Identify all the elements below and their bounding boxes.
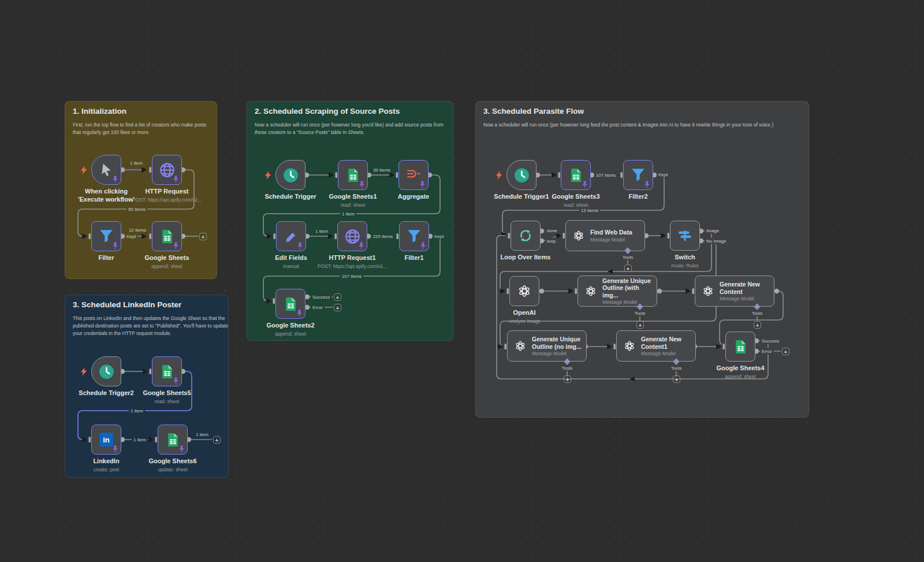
- node-subtitle: read: sheet: [532, 202, 619, 208]
- node-subtitle: POST: https://api.apify.com/v2...: [124, 197, 210, 203]
- clock-icon: [514, 168, 530, 183]
- node-http-request[interactable]: HTTP Request POST: https://api.apify.com…: [152, 155, 182, 185]
- node-title: Generate Unique Outline (with img...: [602, 277, 655, 299]
- node-subtitle: Analyze Image: [481, 318, 568, 324]
- trigger-bolt-icon: [265, 171, 271, 180]
- add-node-button[interactable]: +: [624, 265, 632, 272]
- node-google-sheets[interactable]: Google Sheets append: sheet: [152, 221, 182, 251]
- google-sheets-icon: [160, 229, 174, 244]
- tools-label: Tools: [560, 365, 575, 371]
- google-sheets-icon: [160, 364, 174, 379]
- node-generate-new-content1[interactable]: Generate New Content1 Message Model: [616, 330, 696, 362]
- node-subtitle: mode: Rules: [642, 263, 728, 269]
- node-google-sheets3[interactable]: Google Sheets3 read: sheet: [561, 160, 591, 190]
- node-subtitle: append: sheet: [247, 331, 334, 337]
- clock-icon: [283, 168, 299, 183]
- output-label: loop: [545, 238, 557, 244]
- google-sheets-icon: [166, 433, 180, 447]
- node-title: Generate New Content1: [641, 336, 694, 350]
- node-title: Google Sheets: [124, 254, 210, 262]
- node-google-sheets4[interactable]: Google Sheets4 append: sheet: [725, 332, 755, 362]
- node-filter1[interactable]: Filter1: [399, 221, 429, 251]
- add-node-button[interactable]: +: [673, 375, 680, 383]
- pin-icon: [178, 445, 185, 453]
- google-sheets-icon: [346, 168, 360, 183]
- node-schedule-trigger[interactable]: Schedule Trigger: [275, 160, 305, 190]
- connection-layer: in: [0, 0, 924, 562]
- pin-icon: [112, 445, 118, 453]
- node-linkedin[interactable]: LinkedIn create: post: [91, 425, 121, 455]
- output-label: Success: [760, 338, 781, 344]
- node-subtitle: POST: https://api.apify.com/v2...: [309, 263, 396, 269]
- pencil-icon: [284, 229, 299, 244]
- node-schedule-trigger1[interactable]: Schedule Trigger1: [506, 160, 536, 190]
- workflow-canvas[interactable]: 1. Initialization First, run the top flo…: [0, 0, 924, 562]
- node-title: Switch: [642, 254, 728, 262]
- node-subtitle: Message Model: [720, 296, 773, 302]
- openai-icon: [517, 284, 532, 299]
- add-node-button[interactable]: +: [334, 304, 341, 311]
- node-generate-unique-outline-no-img[interactable]: Generate Unique Outline (no img... Messa…: [507, 330, 587, 362]
- clock-icon: [99, 364, 114, 379]
- pin-icon: [582, 181, 588, 188]
- edge-label: Kept: [657, 172, 669, 178]
- node-loop-over-items[interactable]: Loop Over Items: [511, 221, 541, 251]
- pin-icon: [173, 242, 179, 250]
- tools-label: Tools: [669, 365, 684, 371]
- node-generate-unique-outline-with-img[interactable]: Generate Unique Outline (with img... Mes…: [578, 276, 657, 307]
- node-manual-trigger[interactable]: When clicking 'Execute workflow': [91, 155, 121, 185]
- node-edit-fields[interactable]: Edit Fields manual: [276, 221, 306, 251]
- node-aggregate[interactable]: Aggregate: [398, 160, 429, 190]
- openai-icon: [514, 340, 527, 352]
- add-node-button[interactable]: +: [564, 375, 571, 383]
- node-filter[interactable]: Filter: [91, 221, 121, 251]
- node-title: Loop Over Items: [482, 254, 569, 262]
- node-title: OpenAI: [481, 309, 568, 317]
- node-google-sheets6[interactable]: Google Sheets6 update: sheet: [158, 425, 188, 455]
- edge-label: 39 items: [371, 167, 392, 173]
- node-http-request1[interactable]: HTTP Request1 POST: https://api.apify.co…: [337, 221, 367, 251]
- node-filter2[interactable]: Filter2: [623, 160, 653, 190]
- add-node-button[interactable]: +: [636, 321, 644, 329]
- add-node-button[interactable]: +: [334, 293, 341, 301]
- output-label: Error: [760, 348, 774, 355]
- pin-icon: [112, 176, 118, 183]
- pin-icon: [644, 181, 650, 188]
- output-label: No Image: [705, 238, 728, 244]
- node-title: Generate Unique Outline (no img...: [532, 336, 585, 350]
- google-sheets-icon: [569, 168, 583, 183]
- add-node-button[interactable]: +: [213, 436, 221, 444]
- node-title: Google Sheets2: [247, 322, 334, 330]
- node-google-sheets2[interactable]: Google Sheets2 append: sheet: [275, 289, 305, 319]
- tools-label: Tools: [621, 254, 635, 260]
- edge-label: 1 item: [129, 408, 145, 414]
- node-google-sheets5[interactable]: Google Sheets5 read: sheet: [152, 356, 182, 386]
- edge-label: Kept: [125, 233, 137, 240]
- node-subtitle: Message Model: [590, 237, 643, 243]
- tools-label: Tools: [633, 310, 647, 317]
- pin-icon: [173, 377, 179, 385]
- output-label: Image: [705, 228, 721, 234]
- node-switch[interactable]: Switch mode: Rules: [670, 221, 700, 251]
- node-find-web-data[interactable]: Find Web Data Message Model: [565, 220, 645, 251]
- add-node-button[interactable]: +: [199, 233, 207, 240]
- edge-label: 12 items: [127, 227, 148, 233]
- google-sheets-icon: [733, 340, 748, 354]
- add-node-button[interactable]: +: [754, 321, 761, 329]
- trigger-bolt-icon: [496, 171, 502, 180]
- openai-icon: [623, 340, 636, 352]
- edge-label: 107 items: [340, 273, 364, 280]
- pin-icon: [359, 181, 365, 188]
- openai-icon: [702, 285, 714, 297]
- node-subtitle: append: sheet: [124, 263, 210, 269]
- switch-icon: [677, 228, 692, 243]
- node-generate-new-content[interactable]: Generate New Content Message Model: [695, 276, 774, 307]
- edge-label: 1 item: [132, 437, 148, 443]
- edge-label: 1 item: [340, 211, 356, 217]
- node-schedule-trigger2[interactable]: Schedule Trigger2: [91, 356, 121, 386]
- node-subtitle: append: sheet: [697, 374, 784, 379]
- node-google-sheets1[interactable]: Google Sheets1 read: sheet: [338, 160, 368, 190]
- output-label: Success: [311, 294, 331, 300]
- node-openai[interactable]: OpenAI Analyze Image: [509, 276, 539, 306]
- add-node-button[interactable]: +: [782, 348, 789, 355]
